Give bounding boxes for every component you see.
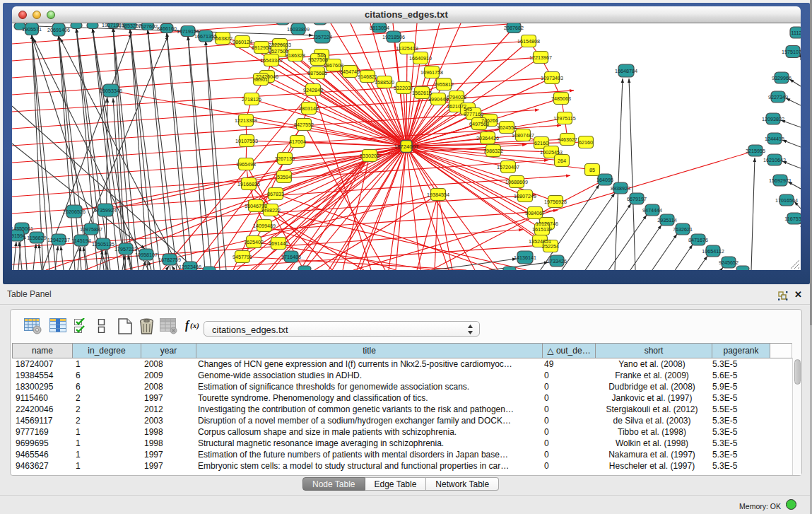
svg-text:9463627: 9463627: [558, 136, 577, 143]
svg-text:10654112: 10654112: [702, 248, 724, 255]
svg-text:10688609: 10688609: [505, 179, 528, 185]
svg-text:19218506: 19218506: [382, 34, 405, 40]
svg-text:10973493: 10973493: [541, 75, 563, 81]
svg-text:5322037: 5322037: [394, 85, 413, 91]
svg-text:12505135: 12505135: [92, 241, 114, 247]
svg-text:2718126: 2718126: [242, 96, 261, 103]
svg-text:85: 85: [589, 167, 595, 173]
svg-text:62160: 62160: [579, 139, 593, 146]
svg-text:252254: 252254: [542, 243, 559, 250]
svg-text:2330203: 2330203: [360, 153, 379, 159]
svg-text:12923466: 12923466: [179, 264, 201, 270]
svg-text:1733426: 1733426: [547, 258, 567, 264]
svg-text:23226053: 23226053: [269, 42, 291, 48]
svg-text:16033809: 16033809: [287, 26, 310, 33]
svg-text:3624554: 3624554: [497, 124, 517, 131]
svg-text:1145194: 1145194: [71, 238, 90, 244]
svg-text:9777169: 9777169: [464, 111, 483, 117]
svg-text:19756928: 19756928: [544, 199, 567, 205]
svg-text:1244415: 1244415: [765, 136, 784, 142]
svg-text:9245652: 9245652: [719, 259, 739, 266]
svg-text:10958107: 10958107: [135, 252, 158, 258]
svg-text:164095: 164095: [596, 177, 613, 183]
svg-text:7632621: 7632621: [673, 226, 693, 233]
svg-text:391594: 391594: [12, 233, 25, 239]
svg-text:264: 264: [558, 158, 566, 164]
svg-text:3215955: 3215955: [746, 148, 765, 154]
svg-text:18724007: 18724007: [394, 144, 419, 150]
svg-text:20691406: 20691406: [47, 27, 70, 33]
svg-text:8813054: 8813054: [370, 25, 389, 31]
svg-text:867833: 867833: [267, 191, 284, 197]
svg-text:20206526: 20206526: [63, 209, 86, 215]
svg-text:3498222: 3498222: [261, 207, 281, 214]
svg-text:417004: 417004: [289, 139, 306, 145]
svg-text:9242848: 9242848: [303, 87, 323, 93]
svg-text:2087682: 2087682: [504, 25, 524, 31]
svg-text:11325419: 11325419: [396, 45, 418, 52]
svg-text:7663822: 7663822: [213, 35, 233, 42]
svg-text:19384554: 19384554: [427, 192, 449, 198]
svg-text:10107553: 10107553: [235, 138, 258, 144]
svg-text:1562615: 1562615: [412, 90, 432, 96]
svg-text:14099489: 14099489: [253, 223, 276, 229]
svg-text:1905571: 1905571: [22, 26, 42, 33]
svg-text:9457791: 9457791: [233, 254, 252, 260]
svg-text:1615132: 1615132: [532, 226, 552, 233]
svg-text:7485063: 7485063: [551, 95, 571, 102]
svg-text:15720407: 15720407: [497, 164, 519, 170]
svg-text:9084067: 9084067: [525, 210, 545, 216]
svg-text:6497568: 6497568: [469, 121, 489, 127]
svg-text:20364436: 20364436: [476, 135, 499, 141]
svg-text:1588520: 1588520: [375, 79, 394, 86]
svg-text:10025453: 10025453: [540, 149, 563, 156]
svg-text:6794028: 6794028: [447, 94, 466, 100]
svg-text:5716485: 5716485: [281, 254, 301, 260]
svg-text:53594: 53594: [277, 174, 291, 180]
svg-text:18807249: 18807249: [514, 193, 536, 199]
svg-text:2867608: 2867608: [324, 62, 343, 69]
svg-text:6679197: 6679197: [627, 196, 647, 202]
svg-text:1156829: 1156829: [27, 235, 46, 241]
svg-text:8186328: 8186328: [286, 52, 305, 59]
svg-text:5875685: 5875685: [307, 70, 327, 76]
svg-text:2935114: 2935114: [657, 217, 676, 223]
svg-text:1112: 1112: [792, 30, 801, 36]
svg-text:15692971: 15692971: [769, 177, 792, 184]
svg-text:8454749: 8454749: [340, 69, 360, 75]
svg-text:(x): (x): [190, 321, 199, 330]
svg-text:8990448: 8990448: [428, 96, 448, 103]
svg-text:2803144: 2803144: [299, 105, 319, 112]
svg-text:15751074: 15751074: [782, 49, 801, 55]
svg-text:12213967: 12213967: [529, 54, 552, 61]
svg-text:8938923: 8938923: [611, 185, 630, 192]
svg-text:7625402: 7625402: [244, 239, 264, 245]
svg-text:16640910: 16640910: [409, 55, 432, 62]
svg-text:14136141: 14136141: [514, 255, 536, 261]
svg-text:19166825: 19166825: [237, 181, 260, 187]
svg-text:14355061: 14355061: [12, 226, 33, 232]
svg-text:10961758: 10961758: [420, 69, 443, 76]
svg-text:26053346: 26053346: [100, 88, 122, 94]
svg-text:16782759: 16782759: [158, 257, 181, 263]
svg-text:7357224: 7357224: [312, 34, 332, 40]
svg-text:10975887: 10975887: [80, 226, 102, 233]
svg-text:12975115: 12975115: [553, 115, 575, 122]
svg-text:9227349: 9227349: [768, 94, 788, 100]
svg-text:17359924: 17359924: [94, 207, 117, 214]
svg-text:12942737: 12942737: [47, 237, 70, 243]
svg-text:1691440: 1691440: [269, 240, 288, 247]
svg-text:10807487: 10807487: [512, 132, 534, 139]
svg-text:9329966: 9329966: [772, 75, 792, 81]
svg-text:8466160: 8466160: [157, 25, 177, 32]
svg-text:17957223: 17957223: [114, 246, 137, 252]
svg-text:98901: 98901: [254, 76, 268, 83]
svg-text:3267130: 3267130: [275, 156, 295, 162]
svg-text:12213369: 12213369: [235, 117, 257, 124]
svg-text:9474444: 9474444: [642, 207, 662, 214]
svg-text:17016504: 17016504: [775, 197, 798, 204]
svg-text:16648784: 16648784: [615, 68, 637, 74]
svg-text:f: f: [185, 320, 190, 332]
svg-text:7986322: 7986322: [483, 148, 503, 154]
svg-text:62160: 62160: [534, 140, 548, 146]
